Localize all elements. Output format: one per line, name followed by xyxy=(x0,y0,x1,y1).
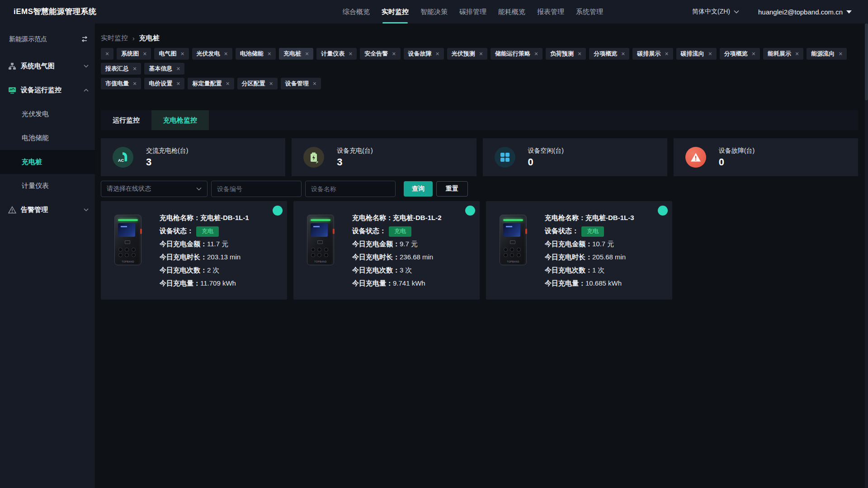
close-icon[interactable]: × xyxy=(708,51,712,57)
close-icon[interactable]: × xyxy=(313,80,316,87)
app-logo[interactable]: iEMS智慧能源管理系统 xyxy=(14,0,97,23)
breadcrumb-current: 充电桩 xyxy=(139,34,160,42)
tag-chip[interactable]: 标定量配置 × xyxy=(188,78,234,89)
close-icon[interactable]: × xyxy=(269,80,273,87)
scrollbar-thumb[interactable] xyxy=(865,23,868,100)
idle-grid-icon xyxy=(495,147,515,168)
status-badge: 充电 xyxy=(389,226,411,237)
tag-chip[interactable]: 分项概览 × xyxy=(720,48,760,60)
field-value: 10.7 元 xyxy=(592,240,614,248)
language-selector[interactable]: 简体中文(ZH) xyxy=(692,8,739,16)
nav-item[interactable]: 综合概览 xyxy=(343,0,370,23)
tag-chip[interactable]: 安全告警 × xyxy=(360,48,400,60)
close-icon[interactable]: × xyxy=(621,51,625,57)
close-icon[interactable]: × xyxy=(105,51,109,57)
device-status-label: 设备状态： xyxy=(160,227,193,235)
device-info: 充电枪名称：充电桩-DB-1L-3 设备状态：充电 今日充电金额：10.7 元 … xyxy=(545,210,634,300)
tag-chip[interactable]: 基本信息 × xyxy=(144,63,184,75)
close-icon[interactable]: × xyxy=(180,51,184,57)
close-icon[interactable]: × xyxy=(436,51,439,57)
search-button[interactable]: 查询 xyxy=(404,181,433,197)
tab[interactable]: 充电枪监控 xyxy=(151,110,209,130)
tag-label: 负荷预测 xyxy=(550,50,574,58)
tag-chip[interactable]: 报表汇总 × xyxy=(101,63,141,75)
tag-chip[interactable]: 设备故障 × xyxy=(404,48,444,60)
tag-chip[interactable]: × xyxy=(101,48,113,60)
close-icon[interactable]: × xyxy=(795,51,799,57)
scrollbar[interactable] xyxy=(865,23,868,488)
close-icon[interactable]: × xyxy=(578,51,581,57)
nav-item[interactable]: 报表管理 xyxy=(537,0,564,23)
tag-chip[interactable]: 负荷预测 × xyxy=(546,48,586,60)
sidebar-item[interactable]: 设备运行监控 xyxy=(0,78,95,102)
device-id-input[interactable] xyxy=(211,181,302,197)
online-status-select[interactable]: 请选择在线状态 xyxy=(101,181,208,197)
close-icon[interactable]: × xyxy=(752,51,755,57)
sidebar-item[interactable]: 系统电气图 xyxy=(0,54,95,78)
tag-chip[interactable]: 能耗展示 × xyxy=(763,48,803,60)
field-value: 11.7 元 xyxy=(207,240,228,248)
user-menu[interactable]: huanglei2@topband.com.cn xyxy=(758,8,852,16)
close-icon[interactable]: × xyxy=(839,51,842,57)
tag-chip[interactable]: 碳排流向 × xyxy=(676,48,717,60)
close-icon[interactable]: × xyxy=(305,51,309,57)
close-icon[interactable]: × xyxy=(176,66,180,72)
online-status-dot xyxy=(658,206,668,216)
nav-item[interactable]: 系统管理 xyxy=(576,0,603,23)
collapse-sidebar-icon[interactable] xyxy=(80,36,89,42)
close-icon[interactable]: × xyxy=(479,51,483,57)
device-name: 充电桩-DB-1L-2 xyxy=(393,214,442,221)
tag-chip[interactable]: 光伏预测 × xyxy=(447,48,487,60)
tag-chip[interactable]: 计量仪表 × xyxy=(316,48,357,60)
close-icon[interactable]: × xyxy=(143,51,146,57)
tab[interactable]: 运行监控 xyxy=(101,110,151,130)
reset-button[interactable]: 重置 xyxy=(436,181,468,197)
breadcrumb-parent[interactable]: 实时监控 xyxy=(101,34,128,42)
sidebar-item[interactable]: 充电桩 xyxy=(0,150,95,174)
close-icon[interactable]: × xyxy=(665,51,668,57)
site-name[interactable]: 新能源示范点 xyxy=(9,35,47,43)
nav-item[interactable]: 能耗概览 xyxy=(498,0,525,23)
nav-item[interactable]: 碳排管理 xyxy=(459,0,486,23)
close-icon[interactable]: × xyxy=(133,66,137,72)
device-name-label: 充电枪名称： xyxy=(545,214,585,221)
close-icon[interactable]: × xyxy=(534,51,538,57)
tag-chip[interactable]: 能源流向 × xyxy=(807,48,847,60)
sidebar-item[interactable]: 电池储能 xyxy=(0,126,95,150)
field-label: 今日充电金额： xyxy=(352,240,400,248)
sidebar-item[interactable]: 光伏发电 xyxy=(0,102,95,126)
tag-chip[interactable]: 分项概览 × xyxy=(589,48,629,60)
close-icon[interactable]: × xyxy=(176,80,180,87)
tag-chip[interactable]: 市值电量 × xyxy=(101,78,141,89)
close-icon[interactable]: × xyxy=(392,51,396,57)
tag-chip[interactable]: 电价设置 × xyxy=(144,78,184,89)
nav-item[interactable]: 智能决策 xyxy=(420,0,448,23)
device-name-label: 充电枪名称： xyxy=(160,214,200,221)
tag-chip[interactable]: 电气图 × xyxy=(154,48,189,60)
sidebar-item[interactable]: 告警管理 xyxy=(0,198,95,222)
nav-item[interactable]: 实时监控 xyxy=(382,0,409,23)
tag-chip[interactable]: 储能运行策略 × xyxy=(491,48,542,60)
sidebar-item[interactable]: 计量仪表 xyxy=(0,174,95,198)
field-label: 今日充电量： xyxy=(160,279,200,287)
charging-pile-card: TOPBAND 充电枪名称：充电桩-DB-1L-1 设备状态：充电 今日充电金额… xyxy=(101,201,287,300)
tag-chip[interactable]: 充电桩 × xyxy=(279,48,313,60)
close-icon[interactable]: × xyxy=(268,51,271,57)
tag-chip[interactable]: 光伏发电 × xyxy=(192,48,232,60)
stat-value: 3 xyxy=(337,156,373,168)
tag-chip[interactable]: 电池储能 × xyxy=(236,48,276,60)
tag-chip[interactable]: 碳排展示 × xyxy=(632,48,673,60)
tag-label: 系统图 xyxy=(121,50,139,58)
device-name-input[interactable] xyxy=(305,181,396,197)
tag-chip[interactable]: 系统图 × xyxy=(117,48,151,60)
close-icon[interactable]: × xyxy=(224,51,228,57)
tag-chip[interactable]: 设备管理 × xyxy=(281,78,321,89)
close-icon[interactable]: × xyxy=(349,51,352,57)
tag-label: 基本信息 xyxy=(149,65,172,73)
tag-chip[interactable]: 分区配置 × xyxy=(237,78,278,89)
close-icon[interactable]: × xyxy=(133,80,137,87)
field-label: 今日充电时长： xyxy=(545,253,592,261)
stat-value: 0 xyxy=(528,156,564,168)
close-icon[interactable]: × xyxy=(226,80,229,87)
navbar-right: 简体中文(ZH) huanglei2@topband.com.cn xyxy=(692,0,852,23)
